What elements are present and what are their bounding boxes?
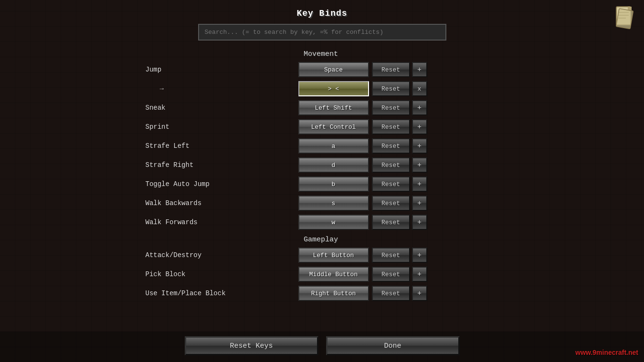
keybind-label-use-item: Use Item/Place Block bbox=[136, 290, 298, 297]
section-movement: Movement Jump Space Reset + → > < Reset … bbox=[136, 50, 506, 231]
plus-button-jump[interactable]: + bbox=[412, 62, 427, 77]
reset-button-arrow[interactable]: Reset bbox=[372, 81, 410, 96]
keybind-row-arrow: → > < Reset x bbox=[136, 80, 506, 97]
keybind-row-walk-backwards: Walk Backwards s Reset + bbox=[136, 195, 506, 212]
reset-button-use-item[interactable]: Reset bbox=[372, 286, 410, 301]
key-button-walk-forwards[interactable]: w bbox=[298, 215, 369, 230]
keybind-label-strafe-right: Strafe Right bbox=[136, 161, 298, 169]
keybind-label-arrow: → bbox=[136, 85, 298, 93]
key-button-attack-destroy[interactable]: Left Button bbox=[298, 248, 369, 263]
reset-button-strafe-left[interactable]: Reset bbox=[372, 138, 410, 154]
reset-button-jump[interactable]: Reset bbox=[372, 62, 410, 77]
reset-button-walk-backwards[interactable]: Reset bbox=[372, 196, 410, 211]
keybind-label-attack-destroy: Attack/Destroy bbox=[136, 251, 298, 259]
key-button-use-item[interactable]: Right Button bbox=[298, 286, 369, 301]
plus-button-strafe-left[interactable]: + bbox=[412, 138, 427, 154]
key-button-strafe-right[interactable]: d bbox=[298, 157, 369, 173]
reset-button-toggle-auto-jump[interactable]: Reset bbox=[372, 176, 410, 192]
keybind-label-sprint: Sprint bbox=[136, 123, 298, 131]
search-container bbox=[198, 24, 446, 41]
plus-button-attack-destroy[interactable]: + bbox=[412, 248, 427, 263]
keybind-row-strafe-right: Strafe Right d Reset + bbox=[136, 156, 506, 174]
content-area: Movement Jump Space Reset + → > < Reset … bbox=[136, 45, 508, 331]
keybind-row-use-item: Use Item/Place Block Right Button Reset … bbox=[136, 285, 506, 302]
key-button-sprint[interactable]: Left Control bbox=[298, 119, 369, 134]
key-button-toggle-auto-jump[interactable]: b bbox=[298, 176, 369, 192]
keybind-label-sneak: Sneak bbox=[136, 104, 298, 112]
plus-button-strafe-right[interactable]: + bbox=[412, 157, 427, 173]
key-button-arrow[interactable]: > < bbox=[298, 81, 369, 96]
search-input[interactable] bbox=[198, 24, 446, 41]
plus-button-use-item[interactable]: + bbox=[412, 286, 427, 301]
key-button-jump[interactable]: Space bbox=[298, 62, 369, 77]
x-button-arrow[interactable]: x bbox=[412, 81, 427, 96]
watermark: www.9minecraft.net bbox=[575, 349, 638, 356]
keybind-row-attack-destroy: Attack/Destroy Left Button Reset + bbox=[136, 247, 506, 264]
reset-button-walk-forwards[interactable]: Reset bbox=[372, 215, 410, 230]
keybind-row-strafe-left: Strafe Left a Reset + bbox=[136, 137, 506, 155]
keybind-row-toggle-auto-jump: Toggle Auto Jump b Reset + bbox=[136, 176, 506, 193]
key-button-sneak[interactable]: Left Shift bbox=[298, 100, 369, 115]
logo-icon bbox=[612, 6, 638, 31]
keybind-label-jump: Jump bbox=[136, 66, 298, 73]
plus-button-sneak[interactable]: + bbox=[412, 100, 427, 115]
keybind-label-toggle-auto-jump: Toggle Auto Jump bbox=[136, 180, 298, 188]
plus-button-walk-forwards[interactable]: + bbox=[412, 215, 427, 230]
keybind-label-walk-backwards: Walk Backwards bbox=[136, 199, 298, 207]
done-button[interactable]: Done bbox=[326, 336, 460, 355]
key-button-walk-backwards[interactable]: s bbox=[298, 196, 369, 211]
plus-button-toggle-auto-jump[interactable]: + bbox=[412, 176, 427, 192]
keybind-row-jump: Jump Space Reset + bbox=[136, 61, 506, 78]
keybind-label-walk-forwards: Walk Forwards bbox=[136, 218, 298, 226]
reset-button-pick-block[interactable]: Reset bbox=[372, 267, 410, 282]
bottom-bar: Reset Keys Done bbox=[0, 331, 644, 362]
section-header-gameplay: Gameplay bbox=[136, 236, 506, 244]
keybind-row-sneak: Sneak Left Shift Reset + bbox=[136, 99, 506, 116]
plus-button-walk-backwards[interactable]: + bbox=[412, 196, 427, 211]
plus-button-sprint[interactable]: + bbox=[412, 119, 427, 134]
keybind-row-sprint: Sprint Left Control Reset + bbox=[136, 118, 506, 135]
reset-keys-button[interactable]: Reset Keys bbox=[185, 336, 318, 355]
keybind-label-pick-block: Pick Block bbox=[136, 270, 298, 278]
keybind-row-walk-forwards: Walk Forwards w Reset + bbox=[136, 214, 506, 231]
section-header-movement: Movement bbox=[136, 50, 506, 58]
key-button-pick-block[interactable]: Middle Button bbox=[298, 267, 369, 282]
reset-button-sneak[interactable]: Reset bbox=[372, 100, 410, 115]
page-title: Key Binds bbox=[296, 9, 347, 18]
keybind-label-strafe-left: Strafe Left bbox=[136, 142, 298, 150]
reset-button-attack-destroy[interactable]: Reset bbox=[372, 248, 410, 263]
reset-button-strafe-right[interactable]: Reset bbox=[372, 157, 410, 173]
key-button-strafe-left[interactable]: a bbox=[298, 138, 369, 154]
reset-button-sprint[interactable]: Reset bbox=[372, 119, 410, 134]
keybind-row-pick-block: Pick Block Middle Button Reset + bbox=[136, 266, 506, 283]
plus-button-pick-block[interactable]: + bbox=[412, 267, 427, 282]
section-gameplay: Gameplay Attack/Destroy Left Button Rese… bbox=[136, 236, 506, 302]
